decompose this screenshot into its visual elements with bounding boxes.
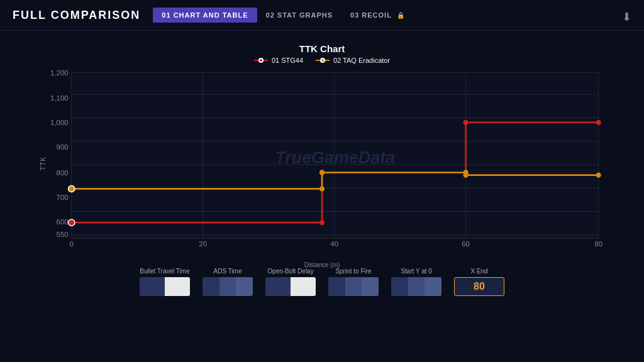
cb-sprint-seg1: [328, 277, 345, 296]
svg-point-36: [319, 186, 325, 191]
control-label-xend: X End: [470, 268, 487, 275]
svg-point-34: [596, 120, 601, 125]
tab-stat-graphs[interactable]: 02 STAT GRAPHS: [257, 8, 342, 23]
control-box-starty[interactable]: [391, 277, 441, 296]
lock-icon: 🔒: [397, 12, 405, 19]
control-open-bolt: Open-Bolt Delay: [265, 268, 316, 296]
svg-point-29: [69, 219, 75, 226]
control-sprint-to-fire: Sprint to Fire: [328, 268, 379, 296]
control-bullet-travel-time: Bullet Travel Time: [140, 268, 190, 296]
chart-legend: 01 STG44 02 TAQ Eradicator: [19, 57, 625, 64]
svg-point-39: [463, 172, 468, 177]
svg-text:1,200: 1,200: [50, 69, 68, 77]
svg-point-35: [69, 185, 75, 192]
legend-item-1: 01 STG44: [254, 57, 303, 64]
svg-text:TrueGameData: TrueGameData: [275, 148, 395, 167]
control-start-y: Start Y at 0: [391, 268, 441, 296]
svg-text:700: 700: [57, 194, 69, 201]
legend-line-1: [254, 60, 268, 61]
svg-point-30: [319, 220, 325, 225]
x-axis-label: Distance (m): [19, 261, 625, 268]
xend-value-box[interactable]: 80: [454, 277, 504, 296]
control-box-bolt[interactable]: [265, 277, 316, 296]
control-ads-time: ADS Time: [203, 268, 253, 296]
cb-seg1: [203, 277, 219, 296]
control-box-bullet[interactable]: [140, 277, 190, 296]
cb-segment-right: [165, 277, 190, 296]
cb-sprint-seg3: [362, 277, 379, 296]
legend-dot-2: [320, 58, 325, 63]
svg-point-33: [463, 120, 468, 125]
tab-chart-table[interactable]: 01 CHART AND TABLE: [153, 8, 257, 23]
svg-text:550: 550: [57, 231, 69, 238]
chart-container: TTK Chart 01 STG44 02 TAQ Eradicator TTK: [13, 37, 631, 258]
cb-bolt-right: [291, 277, 316, 296]
y-axis-label: TTK: [40, 156, 47, 170]
control-label-bolt: Open-Bolt Delay: [267, 268, 313, 275]
svg-text:1,100: 1,100: [50, 94, 68, 102]
legend-line-2: [316, 60, 330, 61]
tab-bar: 01 CHART AND TABLE 02 STAT GRAPHS 03 REC…: [153, 8, 413, 23]
control-box-sprint[interactable]: [328, 277, 379, 296]
cb-starty-seg2: [408, 277, 425, 296]
control-x-end: X End 80: [454, 268, 504, 296]
download-button[interactable]: ⬇: [622, 10, 631, 24]
control-box-ads[interactable]: [203, 277, 253, 296]
svg-text:80: 80: [594, 240, 602, 248]
cb-starty-seg3: [425, 277, 441, 296]
control-label-bullet: Bullet Travel Time: [140, 268, 189, 275]
chart-area: TTK 550 600 700 800 9: [19, 69, 625, 258]
legend-item-2: 02 TAQ Eradicator: [316, 57, 390, 64]
legend-dot-1: [258, 58, 264, 63]
cb-seg2: [219, 277, 236, 296]
legend-label-2: 02 TAQ Eradicator: [333, 57, 390, 64]
tab-recoil[interactable]: 03 RECOIL 🔒: [341, 8, 414, 23]
control-label-ads: ADS Time: [213, 268, 242, 275]
svg-text:600: 600: [57, 218, 69, 226]
svg-text:60: 60: [462, 240, 470, 248]
cb-bolt-left: [265, 277, 291, 296]
svg-point-40: [596, 172, 601, 177]
svg-text:0: 0: [70, 240, 74, 248]
control-label-starty: Start Y at 0: [401, 268, 432, 275]
svg-text:900: 900: [57, 143, 69, 151]
cb-starty-seg1: [391, 277, 408, 296]
cb-sprint-seg2: [345, 277, 362, 296]
control-label-sprint: Sprint to Fire: [335, 268, 371, 275]
chart-title: TTK Chart: [19, 43, 625, 54]
svg-text:1,000: 1,000: [50, 119, 68, 126]
cb-seg3: [236, 277, 253, 296]
svg-text:40: 40: [330, 240, 338, 248]
svg-text:20: 20: [199, 240, 207, 248]
svg-text:800: 800: [57, 169, 69, 177]
header: FULL COMPARISON 01 CHART AND TABLE 02 ST…: [0, 0, 644, 31]
xend-value: 80: [474, 281, 485, 292]
legend-label-1: 01 STG44: [272, 57, 303, 64]
page-title: FULL COMPARISON: [13, 9, 140, 22]
chart-svg: 550 600 700 800 900 1,000 1,100 1,200 0 …: [19, 69, 625, 258]
cb-segment-left: [140, 277, 165, 296]
svg-point-37: [319, 170, 325, 175]
